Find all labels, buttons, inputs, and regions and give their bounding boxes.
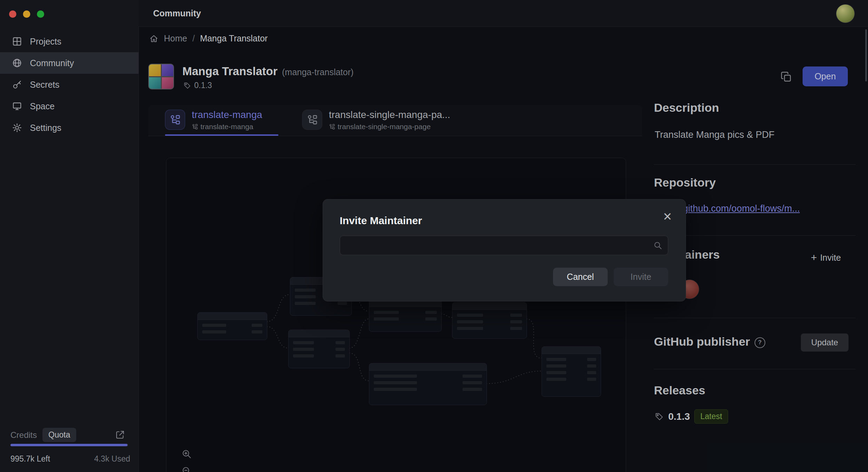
- modal-title: Invite Maintainer: [340, 215, 422, 227]
- close-icon[interactable]: ×: [663, 209, 672, 224]
- search-icon: [653, 241, 662, 250]
- cancel-button[interactable]: Cancel: [553, 268, 608, 286]
- maintainer-search-input[interactable]: [346, 236, 648, 255]
- app-window: Projects Community Secrets Space: [0, 0, 868, 472]
- invite-maintainer-modal: Invite Maintainer × Cancel Invite: [323, 199, 686, 301]
- maintainer-search-field: [340, 236, 668, 255]
- scrollbar-thumb[interactable]: [865, 29, 867, 81]
- invite-button[interactable]: Invite: [614, 268, 668, 286]
